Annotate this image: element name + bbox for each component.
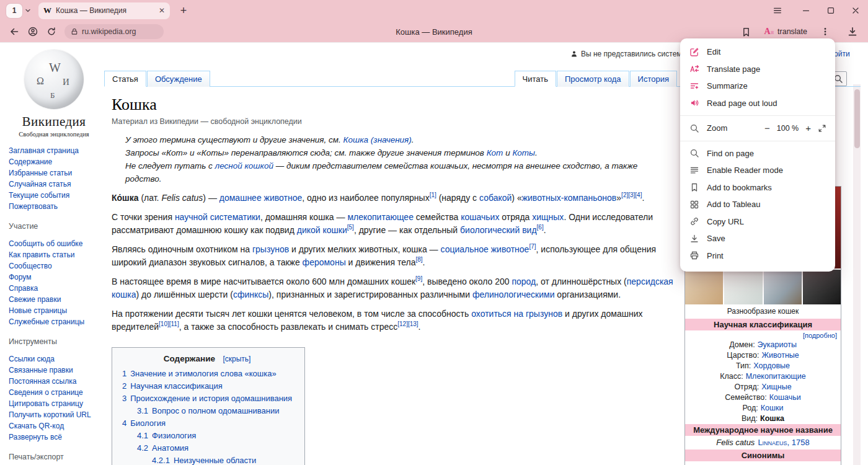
toc-item[interactable]: 4.2.1Неизученные области: [122, 454, 292, 465]
toc-link-number[interactable]: 4.2: [137, 443, 148, 453]
new-tab-button[interactable]: +: [176, 4, 191, 17]
window-minimize-button[interactable]: [794, 0, 818, 21]
hamburger-menu-icon[interactable]: [765, 0, 790, 21]
toc-hide-link[interactable]: [скрыть]: [223, 355, 250, 363]
toc-item[interactable]: 4.2Анатомия: [122, 442, 292, 454]
toc-link-number[interactable]: 3: [122, 394, 126, 403]
sidebar-link[interactable]: Связанные правки: [9, 365, 99, 376]
tab-close-icon[interactable]: ✕: [159, 7, 165, 14]
wiki-link[interactable]: фелинологическими: [472, 290, 555, 299]
taxonomy-link[interactable]: Млекопитающие: [746, 372, 806, 381]
back-button[interactable]: [5, 22, 24, 41]
wiki-link[interactable]: Кошка (значения): [343, 135, 412, 144]
toc-link-label[interactable]: Биология: [130, 418, 166, 428]
article-tab[interactable]: Читать: [515, 71, 556, 87]
sidebar-link[interactable]: Избранные статьи: [9, 167, 99, 179]
toc-link-number[interactable]: 1: [122, 369, 126, 378]
reference-link[interactable]: [6]: [537, 224, 544, 231]
toc-link-number[interactable]: 4.2.1: [152, 456, 170, 465]
menu-item-reader-mode[interactable]: Enable Reader mode: [680, 162, 835, 179]
browser-tab[interactable]: W Кошка — Википедия ✕: [38, 2, 170, 19]
wiki-link[interactable]: домашнее животное: [219, 193, 302, 203]
toc-link-number[interactable]: 4: [122, 418, 126, 428]
window-close-button[interactable]: [843, 0, 868, 21]
toc-item[interactable]: 4Биология: [122, 417, 292, 430]
toc-link-label[interactable]: Происхождение и история одомашнивания: [130, 394, 292, 403]
page-scrollbar[interactable]: [853, 84, 861, 465]
wiki-link[interactable]: сфинксы: [233, 290, 268, 299]
wiki-link[interactable]: феромоны: [303, 257, 346, 267]
article-tab[interactable]: Обсуждение: [147, 71, 210, 87]
toc-link-number[interactable]: 4.1: [137, 431, 148, 440]
reference-link[interactable]: [2][3][4]: [621, 192, 642, 198]
tab-list-chevron-icon[interactable]: [22, 4, 33, 18]
wiki-link[interactable]: научной систематики: [175, 212, 260, 222]
menu-item-add-to-bookmarks[interactable]: Add to bookmarks: [680, 179, 835, 197]
article-tab[interactable]: Просмотр кода: [557, 71, 629, 87]
taxonomy-link[interactable]: Хищные: [761, 383, 791, 391]
taxonomy-link[interactable]: Животные: [762, 351, 799, 360]
sidebar-link[interactable]: Получить короткий URL: [9, 409, 99, 420]
taxonomy-link[interactable]: Хордовые: [753, 361, 790, 370]
toc-item[interactable]: 3.1Вопрос о полном одомашнивании: [122, 405, 292, 417]
toc-link-label[interactable]: Физиология: [152, 431, 196, 440]
menu-item-translate-page[interactable]: Translate page: [680, 61, 835, 78]
wiki-link[interactable]: пород: [512, 277, 536, 286]
infobox-header-classification[interactable]: Научная классификация: [685, 319, 841, 330]
reference-link[interactable]: [5]: [347, 224, 354, 231]
reference-link[interactable]: [8]: [415, 256, 422, 263]
reference-link[interactable]: [12][13]: [397, 321, 418, 327]
translate-button[interactable]: Aя translate: [764, 27, 808, 37]
sidebar-link[interactable]: Цитировать страницу: [9, 398, 99, 409]
toc-link-label[interactable]: Значение и этимология слова «кошка»: [130, 369, 276, 378]
sidebar-link[interactable]: Новые страницы: [9, 305, 99, 316]
wiki-link[interactable]: собакой: [479, 193, 512, 203]
sidebar-link[interactable]: Пожертвовать: [9, 201, 99, 212]
wiki-link[interactable]: социальное животное: [441, 244, 529, 254]
wikipedia-logo[interactable]: W Ω И Б: [24, 50, 84, 109]
menu-item-find-on-page[interactable]: Find on page: [680, 145, 835, 162]
toc-item[interactable]: 2Научная классификация: [122, 380, 292, 392]
zoom-in-button[interactable]: +: [805, 123, 811, 133]
reference-link[interactable]: [7]: [529, 243, 536, 250]
address-bar[interactable]: ru.wikipedia.org: [64, 24, 164, 39]
zoom-out-button[interactable]: −: [764, 123, 770, 133]
infobox-details-link[interactable]: [подробно]: [803, 332, 837, 339]
sidebar-link[interactable]: Сообщество: [9, 260, 99, 272]
taxonomy-link[interactable]: Эукариоты: [758, 340, 797, 349]
wiki-link[interactable]: лесной кошкой: [215, 161, 273, 170]
taxonomy-link[interactable]: Кошки: [761, 404, 784, 412]
reference-link[interactable]: [9]: [415, 275, 422, 282]
sidebar-link[interactable]: Скачать QR-код: [9, 420, 99, 432]
reference-link[interactable]: [10][11]: [159, 321, 179, 327]
wiki-link[interactable]: Кот: [487, 148, 503, 157]
wiki-link[interactable]: хищных: [532, 212, 564, 222]
sidebar-link[interactable]: Содержание: [9, 156, 99, 167]
toc-link-label[interactable]: Вопрос о полном одомашнивании: [152, 406, 279, 415]
menu-item-read-aloud[interactable]: Read page out loud: [680, 95, 835, 112]
refresh-button[interactable]: [42, 22, 61, 41]
sidebar-link[interactable]: Постоянная ссылка: [9, 376, 99, 387]
toc-link-label[interactable]: Научная классификация: [130, 381, 223, 391]
sidebar-link[interactable]: Как править статьи: [9, 249, 99, 260]
toc-item[interactable]: 3Происхождение и история одомашнивания: [122, 392, 292, 405]
sidebar-link[interactable]: Сведения о странице: [9, 387, 99, 398]
wiki-link[interactable]: грызунов: [252, 244, 289, 254]
toc-item[interactable]: 4.1Физиология: [122, 430, 292, 442]
wiki-link[interactable]: Коты: [512, 148, 535, 157]
sidebar-link[interactable]: Развернуть всё: [9, 432, 99, 443]
toc-link-label[interactable]: Неизученные области: [174, 456, 256, 465]
window-maximize-button[interactable]: [818, 0, 843, 21]
sidebar-link[interactable]: Текущие события: [9, 190, 99, 201]
toc-link-number[interactable]: 3.1: [137, 406, 148, 415]
sidebar-link[interactable]: Сообщить об ошибке: [9, 238, 99, 249]
taxonomy-link[interactable]: Кошка: [760, 414, 784, 423]
sidebar-link[interactable]: Справка: [9, 283, 99, 294]
wikipedia-wordmark[interactable]: Википедия: [9, 114, 99, 130]
menu-item-print[interactable]: Print: [680, 247, 835, 265]
sidebar-link[interactable]: Форум: [9, 272, 99, 283]
sidebar-link[interactable]: Заглавная страница: [9, 145, 99, 156]
article-tab[interactable]: Статья: [104, 71, 146, 87]
menu-item-edit[interactable]: Edit: [680, 43, 835, 61]
downloads-button[interactable]: [843, 22, 862, 41]
